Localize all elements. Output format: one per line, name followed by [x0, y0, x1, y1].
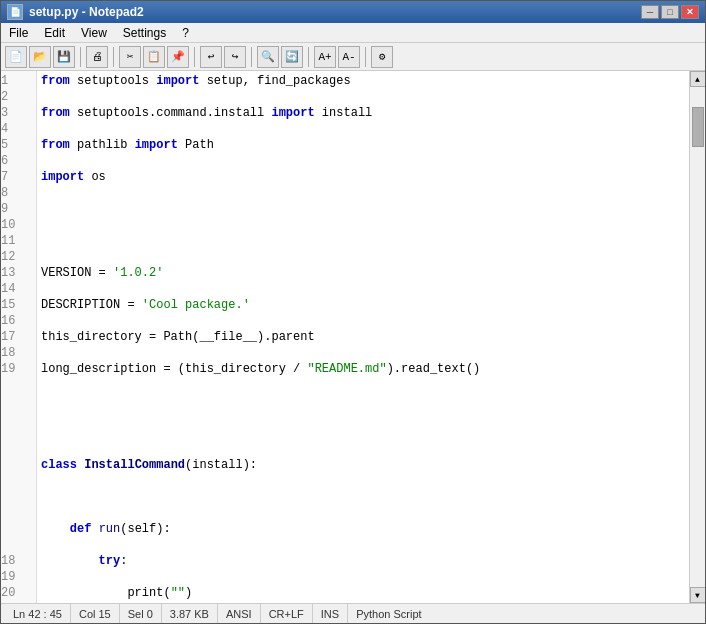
maximize-button[interactable]: □ — [661, 5, 679, 19]
line-number — [1, 505, 36, 521]
code-line: try: — [41, 553, 685, 569]
line-number — [1, 425, 36, 441]
redo-button[interactable]: ↪ — [224, 46, 246, 68]
code-line: long_description = (this_directory / "RE… — [41, 361, 685, 377]
toolbar-sep-6 — [365, 47, 366, 67]
line-number — [1, 457, 36, 473]
window-title: setup.py - Notepad2 — [29, 5, 144, 19]
line-number: 8 — [1, 185, 36, 201]
status-sel: Sel 0 — [120, 604, 162, 623]
menu-file[interactable]: File — [1, 24, 36, 42]
line-number: 6 — [1, 153, 36, 169]
status-encoding: ANSI — [218, 604, 261, 623]
line-number: 3 — [1, 105, 36, 121]
line-number: 13 — [1, 265, 36, 281]
line-number: 10 — [1, 217, 36, 233]
line-number — [1, 521, 36, 537]
line-number: 18 — [1, 553, 36, 569]
line-number — [1, 393, 36, 409]
line-number: 5 — [1, 137, 36, 153]
line-number — [1, 409, 36, 425]
cut-button[interactable]: ✂ — [119, 46, 141, 68]
line-number: 14 — [1, 281, 36, 297]
code-line: from setuptools import setup, find_packa… — [41, 73, 685, 89]
replace-button[interactable]: 🔄 — [281, 46, 303, 68]
paste-button[interactable]: 📌 — [167, 46, 189, 68]
line-number: 15 — [1, 297, 36, 313]
code-line: class InstallCommand(install): — [41, 457, 685, 473]
main-window: 📄 setup.py - Notepad2 ─ □ ✕ File Edit Vi… — [0, 0, 706, 624]
status-position: Ln 42 : 45 — [5, 604, 71, 623]
line-number: 16 — [1, 313, 36, 329]
toolbar: 📄 📂 💾 🖨 ✂ 📋 📌 ↩ ↪ 🔍 🔄 A+ A- ⚙ — [1, 43, 705, 71]
editor-container: 12345678910111213141516171819181920 from… — [1, 71, 705, 603]
minimize-button[interactable]: ─ — [641, 5, 659, 19]
close-button[interactable]: ✕ — [681, 5, 699, 19]
line-number: 20 — [1, 585, 36, 601]
line-number: 4 — [1, 121, 36, 137]
code-line: from setuptools.command.install import i… — [41, 105, 685, 121]
status-line-ending: CR+LF — [261, 604, 313, 623]
scroll-down-arrow[interactable]: ▼ — [690, 587, 706, 603]
title-bar: 📄 setup.py - Notepad2 ─ □ ✕ — [1, 1, 705, 23]
toolbar-sep-2 — [113, 47, 114, 67]
save-button[interactable]: 💾 — [53, 46, 75, 68]
find-button[interactable]: 🔍 — [257, 46, 279, 68]
print-button[interactable]: 🖨 — [86, 46, 108, 68]
zoom-in-button[interactable]: A+ — [314, 46, 336, 68]
status-col: Col 15 — [71, 604, 120, 623]
undo-button[interactable]: ↩ — [200, 46, 222, 68]
line-number: 1 — [1, 73, 36, 89]
copy-button[interactable]: 📋 — [143, 46, 165, 68]
code-line — [41, 489, 685, 505]
menu-edit[interactable]: Edit — [36, 24, 73, 42]
code-line — [41, 201, 685, 217]
vertical-scrollbar[interactable]: ▲ ▼ — [689, 71, 705, 603]
line-number: 2 — [1, 89, 36, 105]
line-number: 11 — [1, 233, 36, 249]
line-number: 7 — [1, 169, 36, 185]
menu-bar: File Edit View Settings ? — [1, 23, 705, 43]
scroll-up-arrow[interactable]: ▲ — [690, 71, 706, 87]
line-number — [1, 473, 36, 489]
app-icon: 📄 — [7, 4, 23, 20]
code-line: import os — [41, 169, 685, 185]
code-line: VERSION = '1.0.2' — [41, 265, 685, 281]
line-number: 12 — [1, 249, 36, 265]
toolbar-sep-1 — [80, 47, 81, 67]
menu-help[interactable]: ? — [174, 24, 197, 42]
open-button[interactable]: 📂 — [29, 46, 51, 68]
line-number: 17 — [1, 329, 36, 345]
zoom-out-button[interactable]: A- — [338, 46, 360, 68]
line-numbers: 12345678910111213141516171819181920 — [1, 71, 37, 603]
line-number — [1, 537, 36, 553]
toolbar-sep-4 — [251, 47, 252, 67]
new-button[interactable]: 📄 — [5, 46, 27, 68]
toolbar-sep-5 — [308, 47, 309, 67]
line-number — [1, 377, 36, 393]
code-line: print("") — [41, 585, 685, 601]
menu-view[interactable]: View — [73, 24, 115, 42]
scrollbar-thumb[interactable] — [692, 107, 704, 147]
code-editor[interactable]: from setuptools import setup, find_packa… — [37, 71, 689, 603]
menu-settings[interactable]: Settings — [115, 24, 174, 42]
line-number — [1, 441, 36, 457]
code-line: DESCRIPTION = 'Cool package.' — [41, 297, 685, 313]
status-bar: Ln 42 : 45 Col 15 Sel 0 3.87 KB ANSI CR+… — [1, 603, 705, 623]
line-number: 19 — [1, 361, 36, 377]
line-number: 18 — [1, 345, 36, 361]
status-ins-mode: INS — [313, 604, 348, 623]
line-number — [1, 489, 36, 505]
code-line — [41, 233, 685, 249]
title-bar-left: 📄 setup.py - Notepad2 — [7, 4, 144, 20]
toolbar-sep-3 — [194, 47, 195, 67]
status-syntax: Python Script — [348, 604, 429, 623]
window-controls: ─ □ ✕ — [641, 5, 699, 19]
code-line: def run(self): — [41, 521, 685, 537]
code-line: this_directory = Path(__file__).parent — [41, 329, 685, 345]
code-line — [41, 425, 685, 441]
code-line — [41, 393, 685, 409]
settings-button[interactable]: ⚙ — [371, 46, 393, 68]
line-number: 9 — [1, 201, 36, 217]
status-size: 3.87 KB — [162, 604, 218, 623]
